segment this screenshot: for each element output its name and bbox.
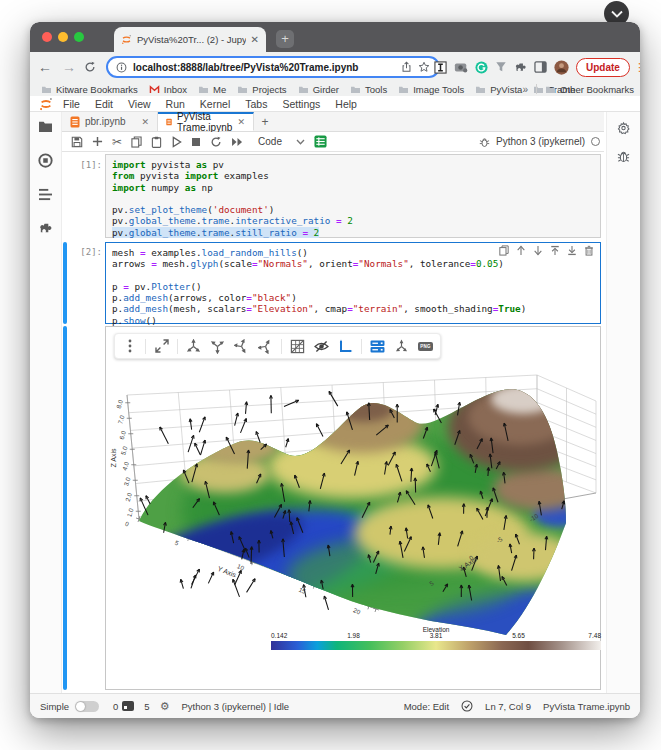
- mode-indicator[interactable]: Mode: Edit: [404, 701, 449, 712]
- insert-cell-above-icon[interactable]: [550, 245, 560, 256]
- camera-reset-top-icon[interactable]: [207, 336, 228, 357]
- run-cell-icon[interactable]: [171, 136, 182, 148]
- page-info-icon[interactable]: [116, 62, 127, 73]
- new-tab-button[interactable]: +: [276, 30, 294, 48]
- tab-pbr-ipynb[interactable]: pbr.ipynb ✕: [62, 112, 158, 131]
- filter-funnel-icon[interactable]: [495, 61, 507, 73]
- code-cell-1[interactable]: import pyvista as pvfrom pyvista import …: [105, 154, 601, 238]
- menu-view[interactable]: View: [128, 98, 151, 110]
- bookmark-tools[interactable]: Tools: [350, 84, 387, 95]
- delete-cell-icon[interactable]: [584, 245, 594, 256]
- new-launcher-button[interactable]: +: [254, 112, 276, 131]
- bookmark-inbox[interactable]: Inbox: [149, 84, 187, 95]
- 3d-viewport[interactable]: Z Axis Y Axis X Axis 1.02.03.04.05.06.07…: [107, 361, 601, 637]
- close-tab-icon[interactable]: ✕: [237, 117, 245, 127]
- menu-help[interactable]: Help: [335, 98, 357, 110]
- url-bar[interactable]: localhost:8888/lab/tree/PyVista%20Trame.…: [106, 56, 440, 78]
- server-rendering-toggle-icon[interactable]: [367, 336, 388, 357]
- cursor-position[interactable]: Ln 7, Col 9: [485, 701, 531, 712]
- extension-i-icon[interactable]: [434, 61, 447, 74]
- running-kernels-icon[interactable]: [38, 153, 53, 168]
- extension-camera-icon[interactable]: [454, 61, 468, 73]
- kernel-name[interactable]: Python 3 (ipykernel): [496, 136, 585, 147]
- kernel-status-icon[interactable]: [591, 137, 600, 146]
- extension-manager-icon[interactable]: [38, 221, 53, 236]
- back-icon[interactable]: ←: [36, 59, 54, 75]
- bookmark-star-icon[interactable]: [418, 61, 430, 73]
- bookmark-image-tools[interactable]: Image Tools: [398, 84, 464, 95]
- close-tab-icon[interactable]: ✕: [141, 117, 149, 127]
- simple-mode-toggle[interactable]: [75, 701, 99, 712]
- camera-reset-iso-icon[interactable]: [183, 336, 204, 357]
- tick-label: 2.0: [124, 491, 134, 502]
- code-token: , smooth_shading: [403, 303, 493, 314]
- share-icon[interactable]: [401, 61, 412, 73]
- fullscreen-icon[interactable]: [151, 336, 172, 357]
- visibility-off-icon[interactable]: [311, 336, 332, 357]
- terminal-count[interactable]: 0: [113, 701, 118, 712]
- camera-reset-front-icon[interactable]: [231, 336, 252, 357]
- close-window-button[interactable]: [42, 32, 52, 42]
- reload-icon[interactable]: [84, 61, 102, 73]
- save-icon[interactable]: [71, 136, 83, 148]
- grammarly-icon[interactable]: [475, 61, 488, 74]
- browser-window: PyVista%20Tr... (2) - JupyterL ✕ + ← → l…: [30, 22, 640, 718]
- add-cell-icon[interactable]: [92, 136, 103, 147]
- url-text[interactable]: localhost:8888/lab/tree/PyVista%20Trame.…: [133, 62, 395, 73]
- minimize-window-button[interactable]: [58, 32, 68, 42]
- forward-icon[interactable]: →: [60, 59, 78, 75]
- bookmark-me[interactable]: Me: [198, 84, 226, 95]
- code-line: import numpy as np: [112, 182, 594, 193]
- menu-run[interactable]: Run: [166, 98, 185, 110]
- axes-corner-icon[interactable]: [335, 336, 356, 357]
- debugger-bug-icon[interactable]: [617, 149, 630, 163]
- local-axes-toggle-icon[interactable]: [391, 336, 412, 357]
- browser-menu-icon[interactable]: ⋮: [634, 61, 640, 74]
- bookmark-kitware-bookmarks[interactable]: Kitware Bookmarks: [41, 84, 138, 95]
- extensions-puzzle-icon[interactable]: [514, 61, 527, 74]
- bookmark-projects[interactable]: Projects: [237, 84, 286, 95]
- menu-file[interactable]: File: [63, 98, 80, 110]
- tab-pyvista-trame-ipynb[interactable]: PyVista Trame.ipynb ✕: [158, 112, 254, 131]
- move-cell-up-icon[interactable]: [516, 245, 526, 256]
- file-browser-icon[interactable]: [38, 120, 53, 133]
- paste-cell-icon[interactable]: [151, 136, 162, 148]
- update-button[interactable]: Update: [576, 58, 630, 77]
- cut-cell-icon[interactable]: ✂: [112, 135, 122, 149]
- code-token: ): [521, 303, 527, 314]
- viewer-menu-icon[interactable]: [119, 336, 140, 357]
- session-count[interactable]: 5: [144, 701, 149, 712]
- property-inspector-icon[interactable]: [616, 120, 631, 135]
- menu-edit[interactable]: Edit: [95, 98, 113, 110]
- duplicate-cell-icon[interactable]: [499, 245, 509, 256]
- insert-cell-below-icon[interactable]: [567, 245, 577, 256]
- spreadsheet-widget-icon[interactable]: [314, 135, 327, 148]
- other-bookmarks[interactable]: Other Bookmarks: [545, 84, 634, 95]
- move-cell-down-icon[interactable]: [533, 245, 543, 256]
- side-panel-icon[interactable]: [534, 61, 547, 73]
- menu-tabs[interactable]: Tabs: [245, 98, 267, 110]
- kernel-status-text[interactable]: Python 3 (ipykernel) | Idle: [182, 701, 290, 712]
- restart-kernel-icon[interactable]: [210, 136, 222, 148]
- code-token: set_plot_theme: [129, 204, 207, 215]
- save-screenshot-icon[interactable]: PNG: [415, 336, 436, 357]
- table-of-contents-icon[interactable]: [38, 188, 53, 201]
- png-label: PNG: [418, 342, 434, 351]
- bookmark-pyvista[interactable]: PyVista: [475, 84, 522, 95]
- kernel-bug-icon[interactable]: [479, 136, 490, 148]
- output-collapser[interactable]: [63, 326, 67, 690]
- copy-cell-icon[interactable]: [131, 136, 142, 148]
- camera-reset-side-icon[interactable]: [255, 336, 276, 357]
- menu-kernel[interactable]: Kernel: [200, 98, 230, 110]
- zoom-window-button[interactable]: [74, 32, 84, 42]
- stop-kernel-icon[interactable]: [191, 137, 201, 147]
- restart-run-all-icon[interactable]: [231, 137, 244, 147]
- ruler-grid-icon[interactable]: [287, 336, 308, 357]
- tab-close-icon[interactable]: ✕: [251, 34, 259, 45]
- bookmark-girder[interactable]: Girder: [298, 84, 339, 95]
- browser-tab[interactable]: PyVista%20Tr... (2) - JupyterL ✕: [114, 27, 266, 52]
- menu-settings[interactable]: Settings: [282, 98, 320, 110]
- profile-avatar[interactable]: [554, 60, 569, 75]
- cell-type-select[interactable]: Code: [258, 136, 305, 147]
- bookmarks-overflow-icon[interactable]: »: [523, 84, 529, 95]
